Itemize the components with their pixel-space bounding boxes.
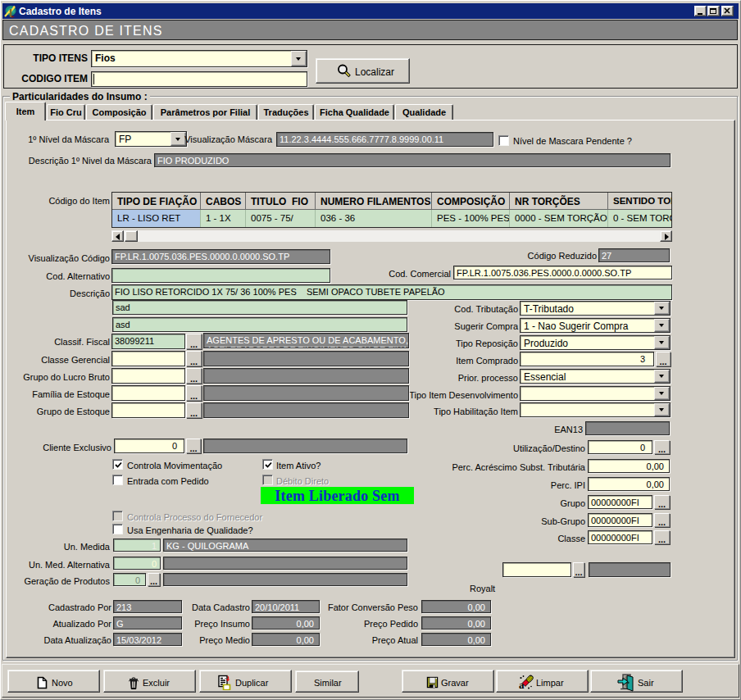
svg-text:a: a [519,679,525,691]
